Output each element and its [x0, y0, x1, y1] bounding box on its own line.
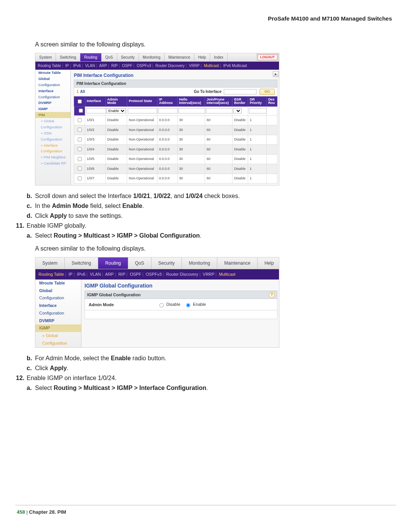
sidebar-interface-conf[interactable]: Configuration: [35, 94, 70, 100]
subtab-vrrp[interactable]: VRRP: [189, 64, 200, 68]
sidebar-dvmrp[interactable]: DVMRP: [35, 100, 70, 106]
row-checkbox[interactable]: [78, 118, 81, 122]
sidebar-interface[interactable]: Interface: [35, 88, 70, 94]
sidebar-pim-global[interactable]: » Global: [35, 118, 70, 124]
doc-header: ProSafe M4100 and M7100 Managed Switches: [15, 15, 396, 22]
sidebar-pim-interface-conf[interactable]: Configuration: [35, 148, 70, 154]
filter-all-label[interactable]: All: [80, 89, 85, 94]
tab-monitoring[interactable]: Monitoring: [139, 53, 165, 61]
subtab-ospf[interactable]: OSPF: [130, 272, 141, 276]
goto-interface-input[interactable]: [224, 89, 256, 94]
subtab-rip[interactable]: RIP: [112, 64, 118, 68]
row-checkbox[interactable]: [78, 157, 81, 161]
tab-routing[interactable]: Routing: [80, 53, 101, 61]
tab-maintenance[interactable]: Maintenance: [164, 53, 194, 61]
sidebar-igmp[interactable]: IGMP: [35, 106, 70, 112]
subtab-ospfv3[interactable]: OSPFv3: [137, 64, 151, 68]
row-select-all[interactable]: [77, 109, 84, 113]
sidebar-interface-conf[interactable]: Configuration: [35, 310, 81, 317]
tab-help[interactable]: Help: [194, 53, 210, 61]
bsr-border-select[interactable]: [233, 108, 242, 113]
subtab-vlan[interactable]: VLAN: [90, 272, 101, 276]
row-checkbox[interactable]: [78, 137, 81, 141]
sidebar-candidate-rp[interactable]: » Candidate RP: [35, 160, 70, 166]
tab-routing[interactable]: Routing: [98, 257, 128, 269]
subtab-ospfv3[interactable]: OSPFv3: [146, 272, 162, 276]
cell-ip: 0.0.0.0: [158, 135, 177, 145]
sidebar-igmp-global-conf[interactable]: Configuration: [35, 340, 81, 347]
input-ip[interactable]: [158, 108, 178, 113]
subtab-arp[interactable]: ARP: [105, 272, 114, 276]
tab-qos[interactable]: QoS: [128, 257, 151, 269]
sidebar-global-conf[interactable]: Configuration: [35, 82, 70, 88]
sidebar-pim-global-conf[interactable]: Configuration: [35, 124, 70, 130]
subtab-rip[interactable]: RIP: [118, 272, 125, 276]
input-dr[interactable]: [249, 108, 267, 113]
tab-switching[interactable]: Switching: [56, 53, 80, 61]
tab-index[interactable]: Index: [210, 53, 227, 61]
help-icon[interactable]: ?: [269, 292, 275, 298]
admin-mode-select[interactable]: Enable: [107, 108, 126, 113]
cell-protocol-state: Non-Operational: [127, 154, 158, 164]
subtab-routing-table[interactable]: Routing Table: [38, 272, 64, 276]
subtab-ospf[interactable]: OSPF: [122, 64, 132, 68]
subtab-ip[interactable]: IP: [65, 64, 68, 68]
subtab-router-discovery[interactable]: Router Discovery: [155, 64, 185, 68]
sidebar-pim[interactable]: PIM: [35, 112, 70, 118]
sidebar-pim-neighbor[interactable]: » PIM Neighbor: [35, 154, 70, 160]
subtab-ipv6[interactable]: IPv6: [73, 64, 81, 68]
go-button[interactable]: GO: [260, 89, 275, 95]
sidebar-pim-interface[interactable]: » Interface: [35, 142, 70, 149]
tab-switching[interactable]: Switching: [65, 257, 98, 269]
filter-row: 1 All Go To Interface GO: [74, 88, 277, 96]
row-checkbox[interactable]: [78, 176, 81, 180]
tab-system[interactable]: System: [35, 53, 56, 61]
col-dr-priority: DR Priority: [248, 96, 266, 107]
sidebar-global-conf[interactable]: Configuration: [35, 294, 81, 302]
subtab-multicast[interactable]: Multicast: [219, 272, 235, 276]
sidebar-global[interactable]: Global: [35, 287, 81, 295]
sidebar-mroute[interactable]: Mroute Table: [35, 70, 70, 76]
subtab-ipv6-multicast[interactable]: IPv6 Multicast: [223, 64, 247, 68]
tab-system[interactable]: System: [35, 257, 65, 269]
input-interface[interactable]: [86, 108, 106, 113]
tab-qos[interactable]: QoS: [102, 53, 117, 61]
subtab-ipv6[interactable]: IPv6: [77, 272, 85, 276]
cell-protocol-state: Non-Operational: [127, 135, 158, 145]
screenshot-pim-interface: System Switching Routing QoS Security Mo…: [35, 53, 279, 185]
tab-maintenance[interactable]: Maintenance: [217, 257, 258, 269]
subtab-routing-table[interactable]: Routing Table: [38, 64, 61, 68]
sidebar-igmp[interactable]: IGMP: [35, 324, 81, 332]
row-checkbox[interactable]: [78, 167, 81, 171]
scrollbar-up-icon[interactable]: [273, 71, 279, 77]
admin-mode-enable-radio[interactable]: [186, 303, 191, 308]
row-checkbox[interactable]: [78, 147, 81, 151]
sidebar-pim-ssm[interactable]: » SSM: [35, 130, 70, 136]
input-protocol-state[interactable]: [128, 108, 157, 113]
subtab-router-discovery[interactable]: Router Discovery: [166, 272, 198, 276]
subtab-arp[interactable]: ARP: [99, 64, 107, 68]
sidebar-mroute[interactable]: Mroute Table: [35, 280, 81, 287]
tab-monitoring[interactable]: Monitoring: [182, 257, 217, 269]
col-checkbox[interactable]: [74, 96, 85, 107]
subtab-multicast[interactable]: Multicast: [204, 64, 219, 68]
sidebar-igmp-global[interactable]: » Global: [35, 332, 81, 340]
tab-help[interactable]: Help: [258, 257, 279, 269]
logout-button[interactable]: LOGOUT: [258, 54, 278, 61]
table-row: 1/0/4DisableNon-Operational0.0.0.03060Di…: [74, 145, 277, 155]
input-join-prune[interactable]: [206, 108, 233, 113]
step-11c-label: c.: [27, 364, 35, 373]
subtab-vrrp[interactable]: VRRP: [203, 272, 215, 276]
sidebar-dvmrp[interactable]: DVMRP: [35, 317, 81, 325]
sidebar-pim-ssm-conf[interactable]: Configuration: [35, 136, 70, 142]
input-hello[interactable]: [178, 108, 205, 113]
cell-join-prune: 60: [205, 125, 232, 135]
subtab-ip[interactable]: IP: [68, 272, 72, 276]
tab-security[interactable]: Security: [117, 53, 139, 61]
admin-mode-disable-radio[interactable]: [159, 303, 164, 308]
subtab-vlan[interactable]: VLAN: [85, 64, 95, 68]
tab-security[interactable]: Security: [151, 257, 182, 269]
row-checkbox[interactable]: [78, 128, 81, 132]
sidebar-interface[interactable]: Interface: [35, 302, 81, 310]
sidebar-global[interactable]: Global: [35, 76, 70, 82]
